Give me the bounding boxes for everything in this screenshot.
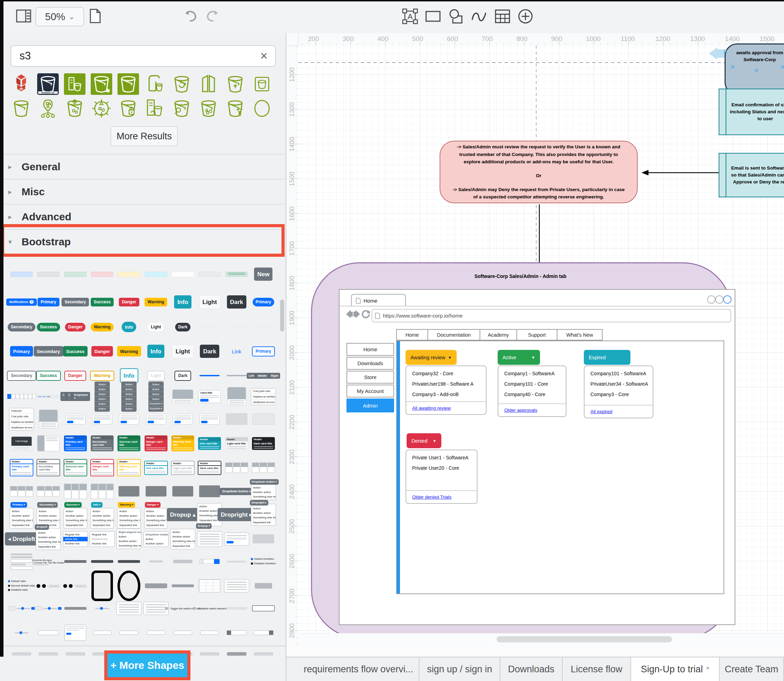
bootstrap-dropright--shape[interactable]: Dropright ▸ (217, 508, 255, 521)
bootstrap-form-card-shape[interactable] (146, 414, 166, 424)
shape-email-sent[interactable]: Email is sent to Software-Corp so that S… (719, 153, 784, 197)
section-misc[interactable]: ▸ Misc (0, 179, 286, 204)
list-item[interactable]: Company3 - Core (584, 389, 653, 399)
s3-intelligent-tiering-icon[interactable] (88, 96, 115, 120)
s3-columns-icon[interactable] (195, 72, 222, 96)
bootstrap-colored-card-shape[interactable]: Header Secondary card title (91, 436, 114, 451)
bootstrap-switch-shape[interactable]: Disabled switch element (193, 607, 226, 610)
bootstrap-colored-card-shape[interactable]: Header Warning card title (171, 436, 194, 451)
browser-nav-icons[interactable] (344, 310, 371, 320)
bootstrap-info-shape[interactable]: Info (147, 345, 165, 358)
bootstrap-shape-thumbnail[interactable] (66, 652, 85, 656)
list-item[interactable]: PrivateUser198 - Software A (406, 379, 486, 389)
bootstrap-shape-thumbnail[interactable] (145, 583, 167, 588)
page-tab-license-flow[interactable]: License flow (562, 657, 631, 681)
bootstrap-input-shape[interactable] (173, 630, 192, 635)
bootstrap-dropdown-menu-shape[interactable]: Regular linkActive linkAnother link (63, 531, 88, 547)
bootstrap-input-shape[interactable] (93, 630, 112, 635)
bootstrap-info-shape[interactable]: Info (174, 295, 191, 309)
bootstrap-list-group-shape[interactable]: FeaturedCras justo odioDapibus ac facili… (9, 408, 34, 431)
bootstrap-shape-thumbnail[interactable] (200, 652, 219, 656)
insert-shape-button[interactable] (516, 8, 535, 25)
site-tab-support[interactable]: Support (516, 329, 558, 340)
bootstrap-alert-shape[interactable] (225, 272, 248, 277)
bootstrap-outline-card-shape[interactable]: Header Light card title (171, 461, 195, 475)
bootstrap-button-group-shape[interactable]: LeftMiddleRight (247, 373, 280, 379)
bootstrap-card-group-shape[interactable] (91, 484, 114, 499)
status-link[interactable]: All expired (591, 409, 612, 414)
bootstrap-warning-shape[interactable]: Warning (144, 298, 168, 306)
shape-review-note[interactable]: -> Sales/Admin must review the request t… (440, 141, 638, 203)
bootstrap-outline-card-shape[interactable]: Header Dark card title (198, 461, 222, 475)
bootstrap-shape-thumbnail[interactable] (64, 607, 87, 610)
s3-glacier-solid-icon[interactable]: ✱ (88, 72, 115, 96)
bootstrap-divider-shape[interactable] (226, 375, 247, 376)
bootstrap-dropdown-menu-shape[interactable] (116, 602, 141, 615)
bootstrap-card-group-shape[interactable] (252, 462, 275, 473)
zoom-control[interactable]: 50% ⌄ (35, 7, 84, 26)
bootstrap-card-group-shape[interactable] (10, 486, 33, 497)
bootstrap-input-shape[interactable] (253, 630, 274, 635)
bootstrap-input-shape[interactable] (200, 630, 219, 635)
bootstrap-alert-shape[interactable] (37, 272, 59, 277)
bootstrap-input-shape[interactable] (226, 630, 247, 635)
site-tab-documentation[interactable]: Documentation (428, 329, 480, 340)
bootstrap-form-card-shape[interactable] (92, 414, 112, 424)
bootstrap-light-shape[interactable]: Light (147, 371, 165, 381)
more-results-button[interactable]: More Results (111, 126, 178, 146)
bootstrap-dropdown-menu-shape[interactable]: Regular linkDisabled linkAnother link (90, 531, 115, 547)
redo-button[interactable] (204, 8, 221, 24)
bootstrap-danger-shape[interactable]: Danger (92, 346, 113, 356)
bootstrap-button-stack-shape[interactable]: ButtonButtonButtonButtonButtonButton (95, 382, 110, 412)
bootstrap-shape-thumbnail[interactable] (254, 652, 273, 656)
bootstrap-shape-thumbnail[interactable] (200, 326, 219, 328)
bootstrap-textarea-shape[interactable] (65, 625, 86, 641)
bootstrap-input-shape[interactable] (252, 605, 275, 611)
bootstrap-alert-shape[interactable] (91, 272, 113, 277)
bootstrap-danger-shape[interactable]: Danger (119, 298, 139, 306)
side-nav-home[interactable]: Home (347, 343, 394, 356)
bootstrap-breadcrumb-shape[interactable] (36, 394, 60, 399)
bootstrap-info-shape[interactable]: Info (120, 368, 138, 383)
shape-email-confirmation[interactable]: Email confirmation of sign-up, including… (719, 89, 784, 135)
bootstrap-radio-group-shape[interactable]: Default radioSecond default radioDisable… (8, 579, 35, 592)
bootstrap-card-horizontal-shape[interactable] (37, 436, 59, 451)
status-dropdown-active[interactable]: Active▼ (497, 350, 540, 365)
diagram-canvas[interactable]: 2003004005006007008009001000110012001300… (287, 33, 784, 657)
bootstrap-card-group-shape[interactable] (225, 462, 248, 473)
bootstrap-outline-card-shape[interactable]: Header Danger card title (90, 459, 114, 476)
s3-multi-region-icon[interactable] (35, 96, 61, 120)
status-link[interactable]: All awaiting review (412, 405, 451, 411)
bootstrap-form-card-shape[interactable] (65, 414, 86, 424)
bootstrap-link-shape[interactable]: Link (232, 348, 242, 355)
bootstrap-card-image-shape[interactable] (39, 410, 58, 428)
table-tool-button[interactable] (493, 8, 512, 25)
bootstrap-dropdown-menu-shape[interactable]: ActionAnother actionSomething else hereS… (170, 529, 195, 549)
list-item[interactable]: Company40 - Core (498, 389, 566, 399)
bootstrap-shape-thumbnail[interactable] (199, 485, 220, 497)
bootstrap-toggle-shape[interactable]: (disabled) (36, 584, 60, 588)
bootstrap-shape-thumbnail[interactable] (227, 561, 246, 562)
bootstrap-range-shape[interactable] (14, 632, 29, 633)
s3-bucket-gear-icon[interactable] (61, 96, 88, 120)
bootstrap-dropup--shape[interactable]: Dropup ▴ (167, 508, 199, 521)
bootstrap-alert-shape[interactable] (198, 272, 221, 277)
page-tab-requirements-flow-overvi-[interactable]: requirements flow overvi... (298, 657, 420, 681)
bootstrap-shape-thumbnail[interactable] (91, 560, 113, 563)
bootstrap-light-shape[interactable]: Light (199, 295, 221, 309)
bootstrap-dropdown-button--shape[interactable]: Dropdown button ▾ (219, 488, 254, 495)
bootstrap-outline-card-shape[interactable]: Header Success card title (63, 459, 87, 476)
bootstrap-alert-shape[interactable] (145, 272, 167, 277)
bootstrap-form-shape[interactable] (11, 553, 32, 570)
bootstrap-outline-card-shape[interactable]: Header Secondary card title (36, 459, 60, 476)
bootstrap-colored-dropdown-shape[interactable]: Info ▾ ActionAnother actionSomething els… (90, 500, 114, 529)
bootstrap-form-card-shape[interactable] (200, 414, 220, 424)
bootstrap-colored-card-shape[interactable]: Header Dark card title (252, 437, 275, 450)
bootstrap-shape-thumbnail[interactable] (64, 560, 87, 563)
page-tab-create-team[interactable]: Create Team (720, 657, 784, 681)
status-link[interactable]: Older denied Trials (412, 494, 451, 500)
browser-tab[interactable]: Home (351, 294, 406, 306)
list-item[interactable]: Company101 - Core (498, 379, 566, 389)
bootstrap-input-shape[interactable] (147, 630, 165, 635)
bootstrap-dropdown-menu-shape[interactable] (224, 579, 249, 592)
